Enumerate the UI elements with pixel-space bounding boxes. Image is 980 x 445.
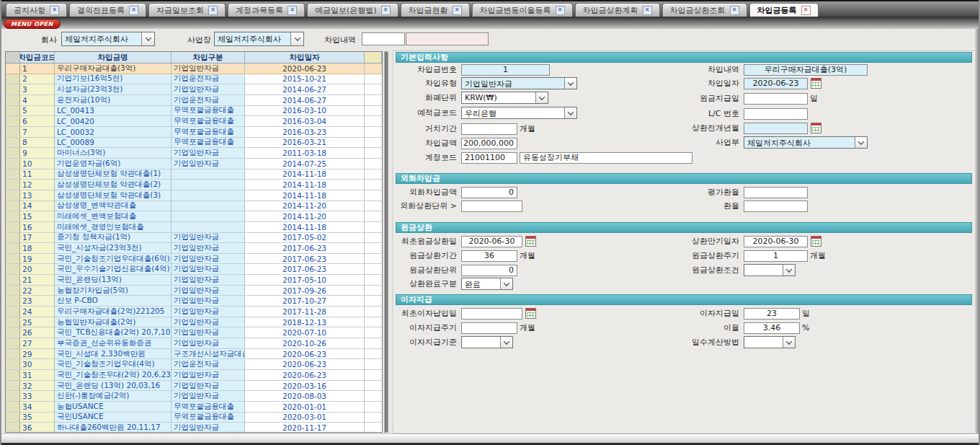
lc-no-input[interactable] (744, 108, 808, 120)
account-name-input[interactable]: 유동성장기부채 (520, 152, 692, 164)
loan-date-input[interactable]: 2020-06-23 (744, 78, 808, 89)
header-loan-date[interactable]: 차입일자 (245, 52, 365, 63)
chevron-down-icon[interactable] (500, 278, 512, 289)
table-row[interactable]: 27 부국증권_선순위유동화증권 기업일반자금 2020-10-26 (6, 338, 382, 349)
table-row[interactable]: 7 LC_00032 무역포괄금융대출 2016-03-23 (6, 127, 382, 138)
table-row[interactable]: 22 농협장기차입금(5억) 기업일반자금 2017-09-26 (6, 286, 382, 296)
table-row[interactable]: 12 삼성생명단체보험 약관대출(2) 2014-11-18 (6, 180, 382, 190)
table-row[interactable]: 3 시설자금(23억3천) 기업일반자금 2014-06-27 (6, 84, 382, 95)
loan-detail-input[interactable]: 우리구매자금대출(3억) (744, 64, 868, 76)
calendar-icon[interactable] (811, 236, 821, 247)
table-row[interactable]: 25 농협일반자금대출(2억) 기업일반자금 2018-12-13 (6, 317, 382, 328)
header-loan-code[interactable]: 차입금코드 (20, 52, 55, 63)
table-row[interactable]: 4 운전자금(10억) 기업운전자금 2014-06-27 (6, 95, 382, 106)
grid-scrollbar[interactable] (384, 51, 388, 433)
eval-rate-input[interactable] (744, 187, 808, 198)
table-row[interactable]: 15 미래에셋_변액보험대출 2014-11-20 (6, 211, 382, 222)
tab[interactable]: 차입금등록 (749, 3, 819, 17)
tab-close-icon[interactable] (643, 6, 652, 15)
repay-period-input[interactable]: 36 (461, 250, 517, 262)
deposit-code-select[interactable]: 우리은행 (461, 107, 577, 119)
table-row[interactable]: 36 하나대출260백만원 20,11,17 기업일반자금 2020-11-17 (6, 423, 382, 433)
table-row[interactable]: 8 LC_00089 무역포괄금융대출 2016-03-21 (6, 138, 382, 149)
currency-select[interactable]: KRW(₩) (461, 92, 548, 104)
tab[interactable]: 공지사항 (6, 3, 67, 17)
menu-open-button[interactable]: MENU OPEN (4, 19, 61, 29)
interest-pay-day-input[interactable]: 23 (744, 308, 800, 320)
loan-amount-input[interactable]: 200,000,000 (461, 138, 517, 149)
table-row[interactable]: 13 삼성생명단체보험 약관대출(3) 2014-11-18 (6, 190, 382, 201)
table-row[interactable]: 10 기업운영자금(6억) 기업일반자금 2014-07-25 (6, 159, 382, 169)
chevron-down-icon[interactable] (783, 337, 795, 348)
table-row[interactable]: 14 삼성생명_변액약관대출 2014-11-20 (6, 201, 382, 212)
chevron-down-icon[interactable] (783, 265, 795, 276)
table-row[interactable]: 5 LC_00413 무역포괄금융대출 2016-03-10 (6, 106, 382, 117)
account-code-input[interactable]: 21001100 (461, 152, 517, 164)
table-row[interactable]: 19 국민_기술창조기업우대대출(6억) 기업일반자금 2017-06-23 (6, 254, 382, 265)
tab-close-icon[interactable] (556, 6, 565, 15)
tab-close-icon[interactable] (208, 6, 218, 15)
table-row[interactable]: 1 우리구매자금대출(3억) 기업일반자금 2020-06-23 (6, 63, 382, 74)
tab[interactable]: 자금일보조회 (148, 3, 226, 17)
table-row[interactable]: 16 미래에셋_경영인보험대출 2014-11-18 (6, 222, 382, 233)
tab[interactable]: 예금일보(은행별) (307, 3, 398, 17)
tab[interactable]: 계정과목등록 (228, 3, 305, 17)
tab-close-icon[interactable] (288, 6, 297, 15)
header-loan-type[interactable]: 차입구분 (172, 52, 245, 63)
table-row[interactable]: 11 삼성생명단체보험 약관대출(1) 2014-11-18 (6, 169, 382, 180)
tab[interactable]: 결의전표등록 (69, 3, 146, 17)
company-select[interactable]: 제일저지주식회사 (61, 32, 155, 46)
tab[interactable]: 차입금변동이율등록 (472, 3, 573, 17)
day-count-method-select[interactable] (744, 336, 796, 348)
tab-close-icon[interactable] (730, 6, 739, 15)
repay-unit-input[interactable]: 0 (461, 265, 517, 276)
tab[interactable]: 차입금상환조회 (662, 3, 747, 17)
chevron-down-icon[interactable] (564, 107, 576, 118)
table-row[interactable]: 34 농협USANCE 무역포괄금융대출 2020-01-01 (6, 402, 382, 413)
loan-detail-filter-input[interactable] (362, 32, 405, 45)
repay-cycle-input[interactable]: 1 (744, 250, 808, 262)
table-row[interactable]: 31 국민_기술창조우대(2억) 20,6,23 기업일반자금 2020-06-… (6, 370, 382, 381)
principal-pay-day-input[interactable] (744, 93, 808, 105)
exchange-rate-input[interactable] (744, 201, 808, 212)
repay-before-ym-input[interactable] (744, 123, 808, 134)
table-row[interactable]: 35 국민USANCE 무역포괄금융대출 2020-03-01 (6, 413, 382, 423)
tab[interactable]: 차입금상환계획 (575, 3, 660, 17)
table-row[interactable]: 24 우리구매자금대출(2억)221205 기업일반자금 2017-11-28 (6, 307, 382, 317)
grace-period-input[interactable] (461, 123, 517, 135)
tab-close-icon[interactable] (453, 6, 462, 15)
chevron-down-icon[interactable] (564, 78, 576, 89)
chevron-down-icon[interactable] (855, 137, 867, 148)
calendar-icon[interactable] (811, 123, 821, 133)
tab-close-icon[interactable] (381, 6, 391, 15)
tab-close-icon[interactable] (801, 6, 811, 15)
repay-complete-select[interactable]: 완료 (461, 278, 513, 290)
table-row[interactable]: 29 국민_시설대 2,330백만원 구조개선시설자금대출 2020-06-23 (6, 349, 382, 360)
tab-close-icon[interactable] (50, 6, 59, 15)
interest-basis-select[interactable] (461, 336, 513, 348)
loan-type-select[interactable]: 기업일반자금 (461, 77, 577, 89)
maturity-date-input[interactable]: 2020-06-30 (744, 236, 808, 247)
table-row[interactable]: 30 국민_기술창조기업우대(4억) 기업운전자금 2020-06-23 (6, 359, 382, 370)
first-interest-date-input[interactable] (461, 308, 522, 320)
table-row[interactable]: 23 신보 P-CBO 기업일반자금 2017-10-27 (6, 296, 382, 307)
table-row[interactable]: 26 국민_TCB신용대출(2억) 20,7,10 기업일반자금 2020-07… (6, 327, 382, 338)
fx-repay-unit-input[interactable] (461, 201, 522, 212)
table-row[interactable]: 17 중기청 정책자금(1억) 기업일반자금 2017-05-02 (6, 233, 382, 244)
calendar-icon[interactable] (525, 236, 536, 247)
repay-condition-select[interactable] (744, 264, 796, 276)
fx-amount-input[interactable]: 0 (461, 187, 517, 198)
chevron-down-icon[interactable] (535, 92, 548, 103)
header-loan-name[interactable]: 차입금명 (55, 52, 172, 63)
table-row[interactable]: 32 국민_온랜딩 (13억) 20,03,16 기업일반자금 2020-03-… (6, 381, 382, 392)
interest-rate-input[interactable]: 3.46 (744, 322, 800, 334)
table-row[interactable]: 18 국민_시설자금(23억3천) 기업일반자금 2017-06-23 (6, 243, 382, 254)
calendar-icon[interactable] (525, 308, 536, 319)
tab[interactable]: 차입금현황 (401, 3, 470, 17)
chevron-down-icon[interactable] (500, 337, 512, 348)
chevron-down-icon[interactable] (141, 32, 154, 45)
first-repay-date-input[interactable]: 2020-06-30 (461, 236, 522, 247)
table-row[interactable]: 33 신한(-)통장예금(2억) 기업일반자금 2020-08-03 (6, 391, 382, 402)
scrollbar-thumb[interactable] (385, 52, 388, 432)
table-row[interactable]: 20 국민_우수기술기업신용대출(4억) 기업일반자금 2017-06-23 (6, 264, 382, 275)
